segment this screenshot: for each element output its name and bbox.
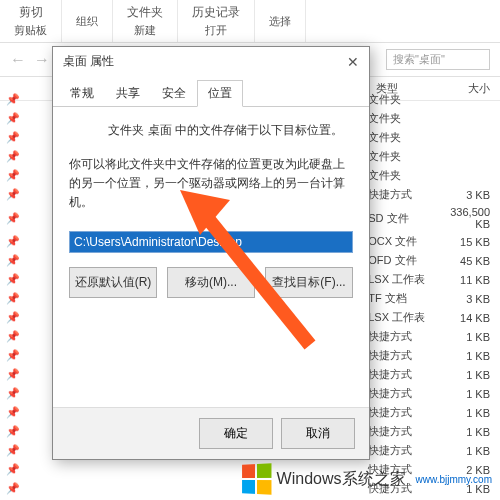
pin-icon: 📌 — [0, 150, 26, 163]
move-button[interactable]: 移动(M)... — [167, 267, 255, 298]
ribbon-clipboard-group: 剪切 剪贴板 — [0, 0, 62, 42]
cut-label[interactable]: 剪切 — [19, 4, 43, 21]
restore-button[interactable]: 还原默认值(R) — [69, 267, 157, 298]
pin-icon: 📌 — [0, 131, 26, 144]
file-size: 45 KB — [434, 255, 500, 267]
back-icon[interactable]: ← — [10, 51, 26, 69]
find-target-button[interactable]: 查找目标(F)... — [265, 267, 353, 298]
file-type: 文件夹 — [368, 92, 434, 107]
file-size: 1 KB — [434, 331, 500, 343]
file-size: 1 KB — [434, 426, 500, 438]
file-type: 快捷方式 — [368, 405, 434, 420]
desc-text: 文件夹 桌面 中的文件存储于以下目标位置。 — [108, 123, 343, 137]
folder-icon — [69, 121, 95, 141]
tab-general[interactable]: 常规 — [59, 80, 105, 107]
organize-label: 组织 — [76, 14, 98, 29]
ok-button[interactable]: 确定 — [199, 418, 273, 449]
file-size: 1 KB — [434, 369, 500, 381]
watermark-url: www.bjjmmy.com — [416, 474, 492, 485]
tab-location[interactable]: 位置 — [197, 80, 243, 107]
pin-icon: 📌 — [0, 387, 26, 400]
file-size: 336,500 KB — [434, 206, 500, 230]
file-type: LSX 工作表 — [368, 272, 434, 287]
button-row: 还原默认值(R) 移动(M)... 查找目标(F)... — [69, 267, 353, 298]
file-size: 1 KB — [434, 407, 500, 419]
folder-label[interactable]: 文件夹 — [127, 4, 163, 21]
ribbon-open-group: 历史记录 打开 — [178, 0, 255, 42]
file-type: TF 文档 — [368, 291, 434, 306]
file-size: 1 KB — [434, 445, 500, 457]
file-size: 3 KB — [434, 293, 500, 305]
tabs: 常规 共享 安全 位置 — [53, 80, 369, 107]
cancel-button[interactable]: 取消 — [281, 418, 355, 449]
file-type: 快捷方式 — [368, 367, 434, 382]
open-label: 打开 — [205, 23, 227, 38]
clipboard-label: 剪贴板 — [14, 23, 47, 38]
pin-icon: 📌 — [0, 463, 26, 476]
pin-icon: 📌 — [0, 212, 26, 225]
close-icon[interactable]: ✕ — [347, 54, 359, 70]
file-size: 1 KB — [434, 350, 500, 362]
pin-icon: 📌 — [0, 349, 26, 362]
dialog-footer: 确定 取消 — [53, 407, 369, 459]
file-size: 15 KB — [434, 236, 500, 248]
windows-logo-icon — [242, 463, 271, 495]
new-label: 新建 — [134, 23, 156, 38]
file-type: LSX 工作表 — [368, 310, 434, 325]
file-type: 文件夹 — [368, 130, 434, 145]
help-text: 你可以将此文件夹中文件存储的位置更改为此硬盘上的另一个位置，另一个驱动器或网络上… — [69, 155, 353, 213]
file-size: 14 KB — [434, 312, 500, 324]
file-type: 快捷方式 — [368, 424, 434, 439]
pin-icon: 📌 — [0, 254, 26, 267]
file-type: 快捷方式 — [368, 443, 434, 458]
file-type: 快捷方式 — [368, 329, 434, 344]
forward-icon: → — [34, 51, 50, 69]
file-size: 1 KB — [434, 388, 500, 400]
select-label: 选择 — [269, 14, 291, 29]
file-type: 文件夹 — [368, 111, 434, 126]
watermark: Windows系统之家 www.bjjmmy.com — [241, 464, 492, 494]
watermark-text: Windows系统之家 — [277, 469, 406, 490]
ribbon-select-group: 选择 — [255, 0, 306, 42]
pin-icon: 📌 — [0, 273, 26, 286]
pin-icon: 📌 — [0, 425, 26, 438]
file-type: 文件夹 — [368, 168, 434, 183]
ribbon-new-group: 文件夹 新建 — [113, 0, 178, 42]
dialog-titlebar: 桌面 属性 ✕ — [53, 47, 369, 76]
pin-icon: 📌 — [0, 311, 26, 324]
pin-icon: 📌 — [0, 444, 26, 457]
pin-icon: 📌 — [0, 188, 26, 201]
dialog-body: 文件夹 桌面 中的文件存储于以下目标位置。 你可以将此文件夹中文件存储的位置更改… — [53, 107, 369, 407]
history-label[interactable]: 历史记录 — [192, 4, 240, 21]
ribbon: 剪切 剪贴板 组织 文件夹 新建 历史记录 打开 选择 — [0, 0, 500, 43]
file-size: 3 KB — [434, 189, 500, 201]
pin-icon: 📌 — [0, 330, 26, 343]
tab-share[interactable]: 共享 — [105, 80, 151, 107]
dialog-title: 桌面 属性 — [63, 53, 114, 70]
file-type: SD 文件 — [368, 211, 434, 226]
pin-icon: 📌 — [0, 406, 26, 419]
file-size: 11 KB — [434, 274, 500, 286]
ribbon-organize-group: 组织 — [62, 0, 113, 42]
file-type: 文件夹 — [368, 149, 434, 164]
path-input[interactable] — [69, 231, 353, 253]
pin-icon: 📌 — [0, 169, 26, 182]
pin-icon: 📌 — [0, 368, 26, 381]
tab-security[interactable]: 安全 — [151, 80, 197, 107]
pin-icon: 📌 — [0, 292, 26, 305]
pin-icon: 📌 — [0, 93, 26, 106]
file-type: 快捷方式 — [368, 187, 434, 202]
pin-icon: 📌 — [0, 112, 26, 125]
search-input[interactable]: 搜索"桌面" — [386, 49, 490, 70]
file-type: OCX 文件 — [368, 234, 434, 249]
desc-line: 文件夹 桌面 中的文件存储于以下目标位置。 — [69, 121, 353, 141]
properties-dialog: 桌面 属性 ✕ 常规 共享 安全 位置 文件夹 桌面 中的文件存储于以下目标位置… — [52, 46, 370, 460]
file-type: 快捷方式 — [368, 386, 434, 401]
file-type: 快捷方式 — [368, 348, 434, 363]
file-type: OFD 文件 — [368, 253, 434, 268]
pin-icon: 📌 — [0, 235, 26, 248]
pin-icon: 📌 — [0, 482, 26, 495]
